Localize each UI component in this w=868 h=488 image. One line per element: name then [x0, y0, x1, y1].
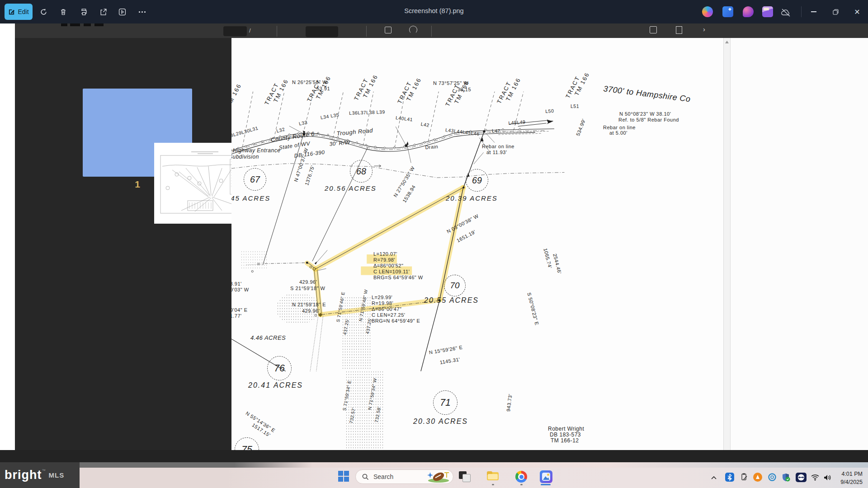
lot-acreage: .45 ACRES [231, 194, 270, 202]
inner-fit-icon [385, 27, 392, 33]
target-ring-icon[interactable] [768, 473, 777, 482]
map-label: 31.77' [231, 313, 242, 319]
photos-statusbar: ♡ i 868 x 488 412.2 KB 161% [0, 450, 868, 462]
delete-icon[interactable] [57, 5, 70, 18]
edit-button[interactable]: Edit [5, 4, 33, 20]
thumbnail-panel: 1 [15, 38, 231, 450]
rotate-icon[interactable] [37, 5, 50, 18]
map-label: 08.91' [231, 281, 242, 286]
thumbnail-page-number[interactable]: 1 [83, 179, 192, 190]
desktop-wallpaper [0, 462, 868, 468]
photos-titlebar: Edit Screenshot (87).png ✕ [0, 0, 868, 23]
window-title: Screenshot (87).png [344, 7, 524, 14]
search-box[interactable]: Search [355, 469, 453, 484]
clock[interactable]: 4:01 PM 9/4/2025 [833, 470, 863, 486]
slideshow-icon[interactable] [116, 5, 128, 18]
map-label: at 11.93' [486, 150, 507, 155]
map-label: N 21°59'18" E [292, 302, 326, 307]
share-icon[interactable] [97, 5, 109, 18]
lot-acreage: 20.55 ACRES [424, 296, 479, 305]
map-label: N 50°08'23" W 38.10' [619, 111, 671, 117]
map-label: Drain [425, 144, 439, 150]
curve-data-block: L=120.07'R=79.98'Δ=86°00'52"C LEN=109.11… [373, 251, 423, 281]
minimize-button[interactable] [805, 4, 823, 20]
lot-number: 69 [466, 169, 488, 192]
windows-security-icon[interactable] [781, 473, 790, 482]
brand-suffix: MLS [48, 471, 64, 479]
paint-cocreator-icon[interactable] [743, 6, 754, 17]
map-label: S 21°59'18" W [290, 286, 325, 291]
start-button[interactable] [338, 470, 350, 483]
volume-icon[interactable] [823, 474, 832, 483]
copilot-icon[interactable] [702, 6, 713, 17]
close-button[interactable]: ✕ [848, 4, 866, 20]
inner-photo-icon [650, 26, 657, 33]
running-indicator [492, 484, 494, 485]
edit-pencil-icon [8, 9, 15, 15]
lot-number: 70 [444, 275, 466, 296]
search-icon [362, 474, 369, 480]
lot-number: 76 [267, 356, 292, 380]
titlebar-divider [801, 6, 802, 17]
map-label: '59'03" W [231, 287, 249, 292]
plat-map-page: N 26°25'53" W53.91N 73°57'25" W39.153700… [231, 38, 723, 450]
lot-acreage: 20.41 ACRES [248, 381, 303, 389]
inner-rotate-icon [409, 26, 417, 34]
inner-slash: / [249, 27, 251, 34]
photos-app-icon[interactable] [540, 470, 552, 483]
map-label: DB 183-573 [550, 432, 581, 438]
map-label: TM 166-12 [551, 437, 579, 444]
cloud-off-icon[interactable] [779, 6, 792, 19]
more-icon[interactable] [136, 5, 148, 18]
inner-zoom-field [306, 26, 338, 37]
road-point-label: L51 [571, 103, 579, 109]
edit-button-label: Edit [18, 8, 28, 15]
road-point-label: L50 [545, 108, 554, 114]
map-label: Subdivision [231, 154, 259, 160]
map-label: 429.96' [299, 279, 317, 285]
file-explorer-icon[interactable] [486, 470, 499, 483]
restore-button[interactable] [826, 4, 844, 20]
curve-data-block: L=29.99'R=19.98'Δ=86°00'47"C LEN=27.25'B… [372, 295, 420, 324]
page-thumbnail[interactable] [83, 89, 192, 177]
bluetooth-icon[interactable] [725, 473, 734, 482]
wifi-icon[interactable] [811, 474, 820, 483]
texture-patch [241, 250, 268, 268]
teamviewer-icon[interactable] [796, 473, 807, 482]
brightmls-watermark: bright™ MLS [0, 462, 80, 488]
lot-acreage: 20.56 ACRES [325, 184, 377, 192]
inner-page-field [223, 26, 247, 36]
avast-icon[interactable] [753, 473, 762, 482]
map-label: 4.46 ACRES [250, 334, 286, 341]
tray-chevron-icon[interactable] [711, 474, 720, 483]
chrome-icon[interactable] [515, 470, 528, 483]
usb-device-icon[interactable] [740, 473, 749, 482]
map-label: at 5.00' [609, 130, 627, 136]
map-label: '59'04" E [231, 307, 247, 313]
inner-left-margin [0, 23, 15, 450]
designer-icon[interactable] [722, 6, 733, 17]
inner-scrollbar[interactable] [723, 38, 731, 450]
gallery-icon[interactable] [762, 6, 773, 17]
active-app-indicator [541, 484, 551, 485]
road-point-label: L47 [492, 128, 500, 134]
lot-acreage: 20.39 ACRES [446, 194, 498, 202]
lot-number: 71 [433, 390, 458, 415]
search-highlight-football [427, 471, 451, 483]
map-label: 429.96' [302, 308, 320, 314]
inner-toolbar-remnant: / › [15, 23, 868, 38]
inner-right-margin [730, 38, 868, 450]
inner-chevron-icon: › [703, 25, 705, 33]
running-indicator [520, 484, 523, 485]
map-label: Ref. to 5/8" Rebar Found [618, 117, 679, 122]
clock-time: 4:01 PM [833, 470, 863, 478]
print-icon[interactable] [77, 5, 90, 18]
scroll-up-arrow[interactable] [725, 41, 729, 43]
map-label: Rebar on line [482, 144, 514, 149]
task-view-icon[interactable] [458, 470, 471, 483]
lot-number: 68 [350, 160, 373, 183]
search-placeholder: Search [373, 473, 393, 480]
brand-text: bright [5, 468, 42, 482]
lot-number: 67 [244, 168, 266, 191]
lot-acreage: 20.30 ACRES [413, 418, 468, 426]
